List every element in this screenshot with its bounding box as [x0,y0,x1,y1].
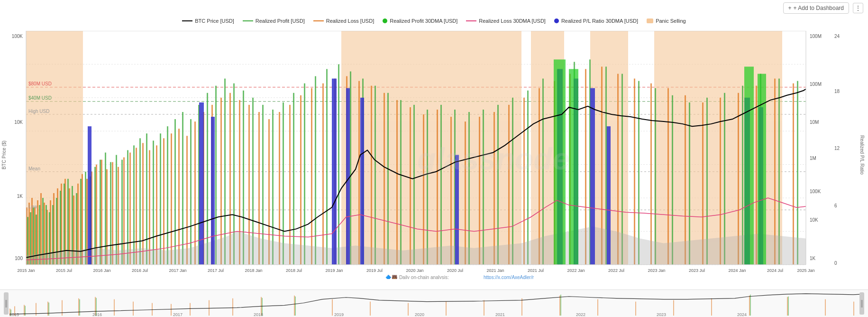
svg-text:2016: 2016 [92,312,102,317]
svg-text:2023: 2023 [657,312,666,317]
svg-rect-214 [446,302,447,316]
more-options-button[interactable]: ⋮ [853,3,863,13]
svg-rect-125 [167,126,168,265]
svg-rect-122 [146,133,147,265]
svg-rect-115 [105,152,106,264]
minimap-handle-right[interactable] [859,292,864,315]
y-label-right1-100m-top: 100M [810,34,822,39]
x-label-2018jan: 2018 Jan [245,268,262,273]
svg-rect-164 [638,81,640,265]
y-label-right1-10m: 10M [810,120,819,125]
y-label-left-1k: 1K [17,194,23,199]
legend-line-realized-loss [313,20,324,21]
legend-item-panic-selling[interactable]: Panic Selling [647,18,686,24]
y-label-right1-100m2: 100M [810,82,822,87]
ref-label-80m: $80M USD [28,81,52,86]
svg-rect-62 [311,88,312,265]
y-label-left-100k: 100K [12,34,23,39]
attribution-text: 🔷🐻 Daily on-chain analysis: [385,274,449,279]
add-to-dashboard-button[interactable]: + + Add to Dashboard [783,2,849,14]
svg-rect-208 [232,298,233,316]
svg-rect-213 [408,303,409,316]
legend-label-btc-price: BTC Price [USD] [195,18,234,24]
svg-rect-219 [635,302,636,316]
svg-rect-143 [338,64,339,264]
svg-rect-144 [350,71,351,264]
svg-rect-141 [315,76,316,265]
svg-rect-184 [607,126,611,265]
ref-label-40m: $40M USD [28,95,52,101]
svg-rect-227 [25,306,26,316]
svg-rect-70 [410,107,411,265]
x-label-2025jan: 2025 Jan [797,268,814,273]
watermark: glassnode [417,141,569,176]
more-icon: ⋮ [855,4,861,12]
svg-rect-179 [360,98,364,265]
y-label-left-100: 100 [15,256,23,261]
svg-text:2015: 2015 [9,312,19,317]
svg-rect-207 [209,300,210,316]
svg-rect-50 [194,121,196,265]
svg-rect-151 [440,105,442,265]
legend-item-realized-profit[interactable]: Realized Profit [USD] [243,18,305,24]
svg-rect-88 [685,95,686,265]
svg-rect-235 [788,297,789,316]
svg-rect-148 [400,100,402,265]
legend-line-btc-price [182,20,192,21]
svg-rect-218 [597,299,598,316]
svg-text:2022: 2022 [576,312,585,317]
x-label-2017jul: 2017 Jul [208,268,224,273]
legend-item-pl-ratio-30dma[interactable]: Realized P/L Ratio 30DMA [USD] [554,18,638,24]
svg-rect-138 [283,103,284,265]
svg-rect-76 [493,112,495,265]
svg-rect-205 [171,304,172,316]
ref-label-mean: Mean [28,166,40,171]
svg-text:2019: 2019 [334,312,344,317]
svg-rect-43 [142,143,144,264]
svg-rect-157 [527,91,529,265]
svg-rect-59 [279,112,280,265]
y-label-left-10k: 10K [14,120,23,125]
svg-rect-69 [396,100,398,265]
svg-rect-223 [787,297,788,316]
svg-rect-206 [190,303,191,316]
x-label-2017jan: 2017 Jan [169,268,186,273]
x-label-2021jan: 2021 Jan [486,268,504,273]
svg-rect-225 [853,302,854,316]
svg-rect-216 [521,298,522,316]
svg-rect-48 [178,129,180,265]
legend-line-realized-profit [243,20,253,21]
y-label-right1-1k: 1K [810,256,816,261]
svg-rect-66 [358,81,360,265]
svg-rect-47 [171,133,172,265]
svg-rect-139 [293,93,294,265]
svg-rect-41 [129,152,131,264]
svg-rect-45 [156,145,157,264]
svg-rect-203 [133,302,134,316]
legend-item-realized-loss[interactable]: Realized Loss [USD] [313,18,375,24]
svg-rect-210 [294,296,295,316]
x-label-2023jul: 2023 Jul [689,268,705,273]
svg-rect-200 [78,298,79,316]
svg-rect-140 [304,84,305,265]
svg-rect-149 [413,105,415,265]
y-label-right2-24: 24 [834,34,840,39]
legend-item-btc-price[interactable]: BTC Price [USD] [182,18,234,24]
svg-rect-72 [437,110,438,265]
x-label-2019jan: 2019 Jan [325,268,343,273]
svg-rect-117 [116,155,117,265]
minimap-handle-left[interactable] [4,292,9,315]
legend-item-loss-30dma[interactable]: Realized Loss 30DMA [USD] [466,18,546,24]
svg-rect-119 [127,150,128,264]
svg-rect-221 [711,298,712,316]
svg-rect-166 [672,95,673,265]
add-dashboard-label: + Add to Dashboard [794,5,844,11]
svg-rect-86 [650,84,652,265]
svg-rect-124 [160,133,161,265]
legend-item-profit-30dma[interactable]: Realized Profit 30DMA [USD] [383,18,457,24]
svg-rect-73 [450,117,452,265]
chart-area: $80M USD $40M USD High USD Mean Low 100K… [0,31,868,279]
svg-rect-215 [484,300,484,316]
attribution-link[interactable]: https://x.com/AxeAdler/r [484,275,534,279]
svg-rect-177 [332,79,337,265]
